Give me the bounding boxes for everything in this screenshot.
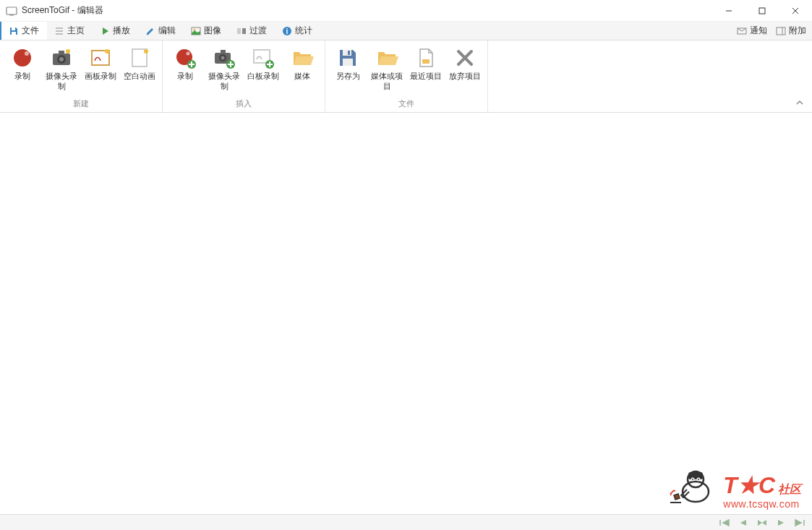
insert-record-label: 录制 (177, 71, 193, 81)
ribbon-group-new: 录制 摄像头录制 画板录制 空白动画 新建 (0, 40, 163, 112)
group-new-label: 新建 (0, 97, 162, 112)
app-icon (6, 5, 17, 17)
new-board-button[interactable]: 画板录制 (81, 43, 120, 97)
svg-rect-1 (9, 14, 14, 16)
camera-icon (50, 46, 73, 69)
ribbon: 录制 摄像头录制 画板录制 空白动画 新建 录制 (0, 40, 812, 113)
board-icon (89, 46, 112, 69)
insert-record-button[interactable]: 录制 (166, 43, 205, 97)
discard-button[interactable]: 放弃项目 (445, 43, 484, 97)
ribbon-collapse-button[interactable] (795, 98, 805, 108)
nav-prev-button[interactable] (735, 516, 751, 529)
nav-last-button[interactable] (792, 516, 808, 529)
image-icon (191, 26, 201, 36)
blank-icon (128, 46, 151, 69)
group-insert-label: 插入 (163, 97, 325, 112)
svg-rect-23 (59, 51, 64, 54)
tab-bar: 文件 主页 播放 编辑 图像 过渡 i 统计 通知 附加 (0, 22, 812, 40)
svg-point-32 (187, 52, 190, 56)
svg-rect-6 (12, 27, 15, 30)
tab-edit[interactable]: 编辑 (138, 22, 184, 40)
svg-rect-48 (348, 51, 350, 55)
svg-rect-47 (343, 50, 351, 56)
svg-rect-14 (242, 28, 246, 34)
svg-rect-18 (777, 27, 785, 35)
new-webcam-button[interactable]: 摄像头录制 (42, 43, 81, 97)
window-title: ScreenToGif - 编辑器 (22, 4, 712, 17)
attach-label: 附加 (789, 25, 806, 37)
saveas-button[interactable]: 另存为 (328, 43, 367, 97)
new-blank-button[interactable]: 空白动画 (120, 43, 159, 97)
tab-home[interactable]: 主页 (47, 22, 93, 40)
new-webcam-label: 摄像头录制 (43, 71, 80, 91)
attach-button[interactable]: 附加 (776, 25, 806, 37)
record-plus-icon (174, 46, 197, 69)
panel-icon (776, 26, 786, 36)
insert-media-label: 媒体 (294, 71, 310, 81)
nav-next-button[interactable] (773, 516, 789, 529)
svg-rect-49 (343, 59, 353, 66)
nav-center-button[interactable] (754, 516, 770, 529)
media-project-label: 媒体或项目 (369, 71, 405, 91)
transition-icon (236, 26, 247, 36)
folder-icon (375, 46, 398, 69)
group-file-label: 文件 (325, 97, 487, 112)
ribbon-group-file: 另存为 媒体或项目 最近项目 放弃项目 文件 (325, 40, 488, 112)
svg-rect-50 (422, 59, 429, 64)
tab-image[interactable]: 图像 (184, 22, 229, 40)
insert-webcam-button[interactable]: 摄像头录制 (205, 43, 244, 97)
recent-button[interactable]: 最近项目 (406, 43, 445, 97)
tab-home-label: 主页 (67, 25, 85, 37)
svg-point-21 (25, 51, 29, 56)
tab-transition[interactable]: 过渡 (229, 22, 275, 40)
list-icon (54, 26, 64, 36)
svg-rect-13 (237, 28, 241, 34)
insert-whiteboard-label: 白板录制 (247, 71, 279, 81)
new-record-label: 录制 (14, 71, 30, 81)
media-project-button[interactable]: 媒体或项目 (367, 43, 406, 97)
floppy-icon (336, 46, 359, 69)
tab-edit-label: 编辑 (158, 25, 176, 37)
tab-transition-label: 过渡 (249, 25, 267, 37)
tab-play[interactable]: 播放 (93, 22, 138, 40)
svg-rect-0 (7, 7, 17, 14)
tab-file[interactable]: 文件 (0, 22, 47, 40)
new-record-button[interactable]: 录制 (3, 43, 42, 97)
tab-play-label: 播放 (113, 25, 130, 37)
tab-stats-label: 统计 (295, 25, 312, 37)
tab-stats[interactable]: i 统计 (275, 22, 320, 40)
status-bar (0, 514, 812, 530)
notify-label: 通知 (750, 25, 767, 37)
saveas-label: 另存为 (336, 71, 360, 81)
svg-rect-7 (12, 32, 16, 35)
record-icon (11, 46, 34, 69)
maximize-button[interactable] (745, 0, 779, 21)
document-icon (414, 46, 437, 69)
svg-point-30 (144, 49, 148, 54)
title-bar: ScreenToGif - 编辑器 (0, 0, 812, 22)
play-icon (100, 26, 110, 36)
close-x-icon (453, 46, 476, 69)
insert-media-button[interactable]: 媒体 (283, 43, 322, 97)
save-icon (9, 26, 19, 36)
close-button[interactable] (779, 0, 812, 21)
recent-label: 最近项目 (410, 71, 442, 81)
camera-plus-icon (213, 46, 236, 69)
insert-whiteboard-button[interactable]: 白板录制 (244, 43, 283, 97)
whiteboard-plus-icon (252, 46, 275, 69)
notify-button[interactable]: 通知 (737, 25, 767, 37)
tab-image-label: 图像 (204, 25, 221, 37)
content-area (0, 113, 812, 514)
nav-first-button[interactable] (717, 516, 732, 529)
svg-rect-3 (759, 8, 765, 14)
svg-rect-37 (221, 50, 226, 54)
svg-point-28 (105, 49, 109, 54)
discard-label: 放弃项目 (449, 71, 481, 81)
new-board-label: 画板录制 (85, 71, 116, 81)
svg-point-20 (14, 49, 31, 67)
mail-icon (737, 26, 747, 36)
window-controls (712, 0, 812, 21)
ribbon-group-insert: 录制 摄像头录制 白板录制 媒体 插入 (163, 40, 325, 112)
minimize-button[interactable] (712, 0, 745, 21)
pencil-icon (145, 26, 155, 36)
